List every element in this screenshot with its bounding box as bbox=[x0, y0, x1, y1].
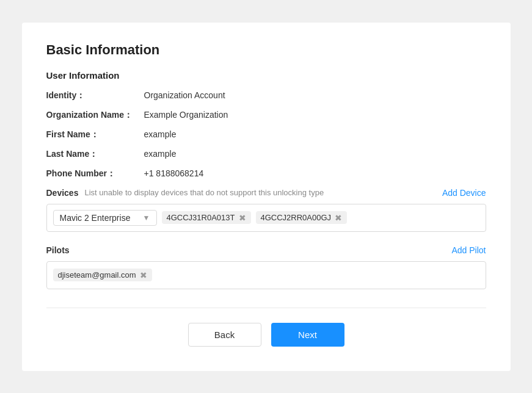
device-tag-1: 4GCCJ31R0A013T ✖ bbox=[162, 211, 251, 224]
phone-row: Phone Number： +1 8188068214 bbox=[46, 168, 486, 179]
user-info-heading: User Information bbox=[46, 70, 486, 81]
devices-header: Devices List unable to display devices t… bbox=[46, 188, 486, 198]
pilot-tag-1-close-icon[interactable]: ✖ bbox=[140, 271, 147, 279]
org-name-value: Example Organization bbox=[144, 110, 228, 120]
phone-value: +1 8188068214 bbox=[144, 168, 204, 178]
device-tag-2-close-icon[interactable]: ✖ bbox=[335, 214, 342, 222]
last-name-value: example bbox=[144, 149, 177, 159]
identity-value: Organization Account bbox=[144, 90, 225, 100]
first-name-row: First Name： example bbox=[46, 129, 486, 140]
device-model-select[interactable]: Mavic 2 Enterprise ▼ bbox=[53, 210, 157, 226]
last-name-label: Last Name： bbox=[46, 149, 144, 160]
back-button[interactable]: Back bbox=[188, 323, 261, 347]
add-device-link[interactable]: Add Device bbox=[442, 188, 486, 198]
device-tag-1-value: 4GCCJ31R0A013T bbox=[167, 213, 235, 222]
device-tag-2: 4GCCJ2RR0A00GJ ✖ bbox=[256, 211, 348, 224]
identity-label: Identity： bbox=[46, 90, 144, 101]
pilots-label: Pilots bbox=[46, 245, 70, 255]
device-model-value: Mavic 2 Enterprise bbox=[60, 213, 139, 223]
pilots-header: Pilots Add Pilot bbox=[46, 245, 486, 255]
last-name-row: Last Name： example bbox=[46, 149, 486, 160]
pilots-box: djiseteam@gmail.com ✖ bbox=[46, 261, 486, 289]
pilot-tag-1-value: djiseteam@gmail.com bbox=[58, 270, 136, 279]
chevron-down-icon: ▼ bbox=[143, 214, 150, 222]
org-name-label: Organization Name： bbox=[46, 110, 144, 121]
devices-hint: List unable to display devices that do n… bbox=[84, 188, 324, 197]
devices-left: Devices List unable to display devices t… bbox=[46, 188, 324, 198]
devices-label: Devices bbox=[46, 188, 79, 198]
next-button[interactable]: Next bbox=[271, 323, 344, 347]
device-tag-1-close-icon[interactable]: ✖ bbox=[239, 214, 246, 222]
org-name-row: Organization Name： Example Organization bbox=[46, 110, 486, 121]
pilot-tag-1: djiseteam@gmail.com ✖ bbox=[53, 269, 152, 281]
divider bbox=[46, 308, 486, 308]
first-name-value: example bbox=[144, 129, 177, 139]
section-title: Basic Information bbox=[46, 42, 486, 58]
phone-label: Phone Number： bbox=[46, 168, 144, 179]
device-tag-2-value: 4GCCJ2RR0A00GJ bbox=[261, 213, 332, 222]
add-pilot-link[interactable]: Add Pilot bbox=[451, 245, 486, 255]
action-buttons: Back Next bbox=[46, 323, 486, 347]
pilots-section: Pilots Add Pilot djiseteam@gmail.com ✖ bbox=[46, 245, 486, 289]
first-name-label: First Name： bbox=[46, 129, 144, 140]
main-card: Basic Information User Information Ident… bbox=[22, 23, 511, 371]
devices-box: Mavic 2 Enterprise ▼ 4GCCJ31R0A013T ✖ 4G… bbox=[46, 204, 486, 232]
identity-row: Identity： Organization Account bbox=[46, 90, 486, 101]
